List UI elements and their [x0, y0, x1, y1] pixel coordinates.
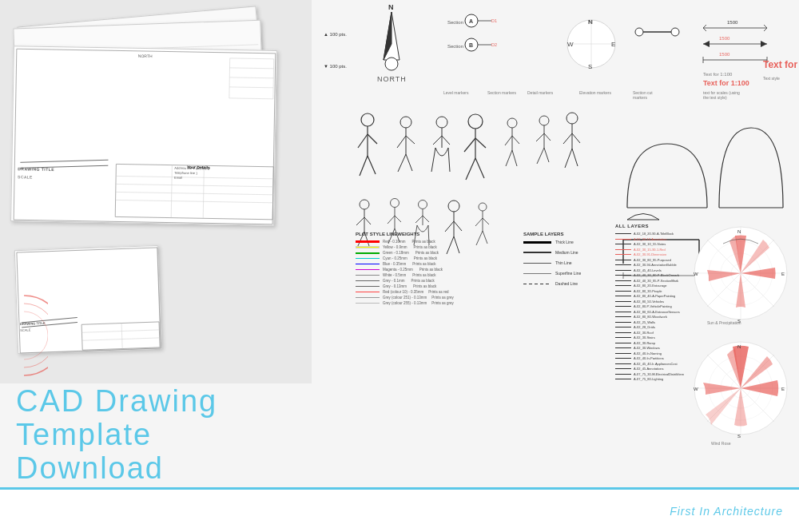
svg-text:Wind Rose: Wind Rose: [711, 441, 731, 446]
svg-line-170: [364, 217, 371, 224]
svg-text:S: S: [588, 63, 592, 70]
svg-point-179: [419, 200, 427, 209]
svg-point-167: [360, 200, 369, 209]
svg-point-191: [479, 203, 487, 211]
svg-point-185: [448, 200, 459, 212]
footer: First In Architecture: [0, 487, 799, 532]
svg-text:Text for 1:200: Text for 1:200: [763, 59, 799, 70]
drawing-title-label: DRAWING TITLE: [18, 166, 54, 172]
svg-line-134: [406, 136, 415, 144]
layers-title: ALL LAYERS: [615, 224, 695, 228]
svg-line-135: [398, 154, 406, 172]
svg-text:W: W: [694, 272, 698, 276]
main-content: NORTH: [0, 0, 799, 487]
svg-text:E: E: [611, 41, 615, 48]
layers-list: A-02_18_20-90-A-TitleBlock A-02_20-10-An…: [615, 232, 695, 381]
svg-line-159: [537, 148, 544, 164]
svg-line-24: [81, 330, 159, 332]
svg-line-12: [116, 192, 273, 194]
svg-text:Detail markers: Detail markers: [527, 90, 554, 95]
svg-point-149: [507, 118, 517, 128]
rose-diagram-top: N E S W Sun & Precipitation: [691, 224, 791, 328]
drawing-sheet-front: NORTH: [10, 46, 277, 226]
svg-line-110: [764, 28, 767, 31]
svg-line-26: [121, 324, 122, 349]
svg-rect-8: [14, 49, 276, 224]
svg-text:Section: Section: [447, 20, 463, 25]
svg-line-128: [368, 134, 377, 144]
svg-line-169: [356, 217, 364, 225]
svg-line-193: [475, 218, 483, 226]
svg-text:N: N: [737, 229, 741, 234]
svg-line-20: [20, 158, 108, 164]
page-title: CAD Drawing Template Download: [0, 383, 312, 487]
svg-line-158: [544, 133, 551, 141]
svg-text:NORTH: NORTH: [377, 75, 407, 83]
svg-line-18: [229, 77, 273, 78]
svg-text:D2: D2: [491, 42, 497, 47]
svg-line-184: [423, 216, 429, 222]
svg-line-109: [764, 25, 767, 28]
sample-layers-title: SAMPLE LAYERS: [523, 232, 611, 236]
svg-text:▲ 100 pts.: ▲ 100 pts.: [324, 32, 347, 37]
svg-line-153: [506, 150, 512, 166]
title-line2: Download: [16, 452, 312, 486]
arch-shapes: [619, 104, 795, 224]
svg-line-129: [360, 156, 368, 176]
svg-line-147: [466, 158, 475, 180]
address: Address line 1 and line 2 Telephone line…: [174, 166, 270, 182]
svg-line-13: [116, 200, 273, 202]
svg-line-164: [572, 133, 580, 143]
svg-point-155: [539, 116, 549, 125]
svg-point-101: [635, 28, 643, 36]
sample-medium: Medium Line: [523, 250, 611, 255]
sample-thin: Thin Line: [523, 260, 611, 265]
svg-text:Text style: Text style: [763, 76, 780, 81]
svg-line-183: [415, 216, 423, 223]
svg-line-145: [464, 138, 475, 152]
svg-rect-23: [81, 322, 160, 350]
svg-point-137: [436, 117, 447, 128]
svg-text:B: B: [469, 42, 473, 48]
svg-line-157: [536, 133, 544, 141]
svg-text:E: E: [781, 272, 785, 276]
right-section: N NORTH ▲ 100 pts. ▼ 100 pts. Section A …: [312, 0, 799, 487]
svg-text:Text for  1:100: Text for 1:100: [703, 72, 733, 77]
svg-text:N: N: [388, 3, 394, 11]
svg-point-125: [361, 113, 374, 126]
svg-point-75: [385, 58, 398, 70]
svg-text:1500: 1500: [719, 36, 730, 41]
plot-styles-title: PLOT STYLE LINEWEIGHTS: [356, 232, 511, 236]
svg-line-133: [397, 136, 406, 148]
svg-text:Level markers: Level markers: [443, 90, 469, 95]
all-layers-section: ALL LAYERS A-02_18_20-90-A-TitleBlock A-…: [615, 224, 695, 381]
svg-text:W: W: [567, 41, 574, 48]
svg-point-143: [468, 114, 483, 129]
decorative-semicircle: [0, 288, 48, 383]
svg-line-141: [433, 136, 442, 145]
svg-text:Sun & Precipitation: Sun & Precipitation: [707, 320, 741, 325]
svg-line-165: [565, 149, 572, 168]
svg-marker-114: [761, 41, 767, 47]
svg-line-175: [388, 216, 395, 224]
svg-line-14: [171, 165, 172, 218]
svg-line-166: [572, 149, 578, 166]
svg-text:Section markers: Section markers: [487, 90, 517, 95]
svg-line-188: [454, 221, 462, 231]
sample-superfine: Superfine Line: [523, 271, 611, 276]
svg-line-148: [475, 158, 484, 178]
rose-diagrams: N E S W Sun & Precipitation: [691, 224, 795, 450]
svg-line-146: [475, 138, 486, 148]
svg-marker-113: [703, 41, 710, 47]
svg-line-11: [116, 184, 273, 186]
svg-line-130: [368, 156, 376, 174]
left-section: NORTH: [0, 0, 312, 487]
svg-text:N: N: [588, 18, 593, 26]
svg-text:markers: markers: [633, 95, 648, 100]
svg-text:W: W: [694, 387, 698, 391]
svg-line-19: [229, 87, 273, 88]
sample-thick: Thick Line: [523, 240, 611, 244]
plot-styles-section: PLOT STYLE LINEWEIGHTS Red - 0.10mmPrint…: [356, 232, 511, 305]
scale-label: SCALE: [18, 174, 33, 179]
svg-text:1500: 1500: [727, 20, 738, 25]
